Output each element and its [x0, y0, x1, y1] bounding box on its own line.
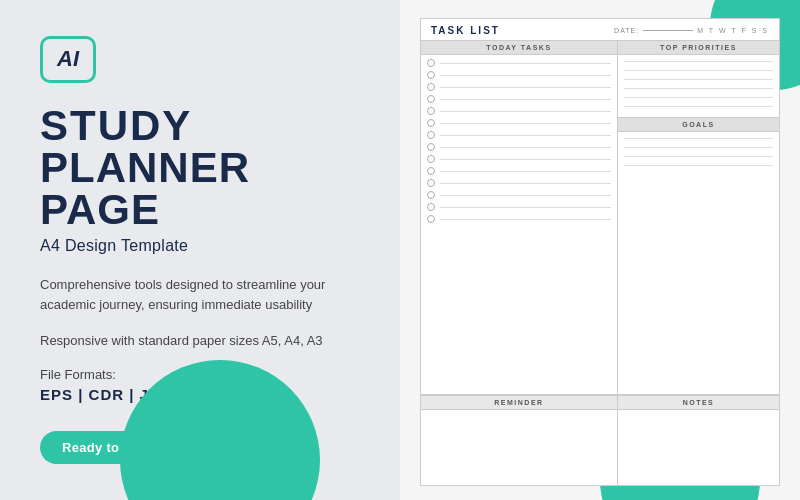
task-line	[440, 63, 611, 64]
task-body: TODAY TASKS	[421, 41, 779, 395]
task-checkbox[interactable]	[427, 203, 435, 211]
notes-header: NOTES	[618, 396, 779, 410]
task-checkbox[interactable]	[427, 131, 435, 139]
description: Comprehensive tools designed to streamli…	[40, 275, 360, 315]
task-row	[427, 215, 611, 223]
task-checkbox[interactable]	[427, 107, 435, 115]
task-row	[427, 83, 611, 91]
right-panel: TASK LIST DATE: M T W T F S S TODAY TASK…	[400, 0, 800, 500]
task-sheet: TASK LIST DATE: M T W T F S S TODAY TASK…	[420, 18, 780, 486]
priority-line	[624, 70, 773, 71]
task-checkbox[interactable]	[427, 179, 435, 187]
date-line	[643, 30, 693, 31]
task-row	[427, 191, 611, 199]
goals-header: GOALS	[618, 117, 779, 132]
task-line	[440, 171, 611, 172]
goals-rows	[618, 132, 779, 172]
left-panel: AI STUDY PLANNER PAGE A4 Design Template…	[0, 0, 400, 500]
task-line	[440, 111, 611, 112]
task-row	[427, 107, 611, 115]
task-checkbox[interactable]	[427, 215, 435, 223]
task-rows	[421, 55, 617, 394]
task-row	[427, 179, 611, 187]
priority-line	[624, 79, 773, 80]
task-checkbox[interactable]	[427, 83, 435, 91]
task-line	[440, 75, 611, 76]
task-line	[440, 219, 611, 220]
date-label: DATE:	[614, 27, 639, 34]
task-row	[427, 131, 611, 139]
task-checkbox[interactable]	[427, 95, 435, 103]
task-line	[440, 123, 611, 124]
task-checkbox[interactable]	[427, 71, 435, 79]
top-priorities-header: TOP PRIORITIES	[618, 41, 779, 55]
goals-line	[624, 156, 773, 157]
priorities-rows	[618, 55, 779, 113]
task-row	[427, 155, 611, 163]
task-checkbox[interactable]	[427, 167, 435, 175]
reminder-header: REMINDER	[421, 396, 617, 410]
reminder-column: REMINDER	[421, 396, 618, 485]
goals-section: GOALS	[618, 117, 779, 172]
tasks-column: TODAY TASKS	[421, 41, 618, 394]
ai-badge: AI	[40, 36, 96, 83]
task-line	[440, 195, 611, 196]
task-line	[440, 135, 611, 136]
responsive-text: Responsive with standard paper sizes A5,…	[40, 331, 360, 351]
task-row	[427, 71, 611, 79]
priorities-column: TOP PRIORITIES GOALS	[618, 41, 779, 394]
task-checkbox[interactable]	[427, 119, 435, 127]
task-line	[440, 87, 611, 88]
task-row	[427, 167, 611, 175]
task-checkbox[interactable]	[427, 143, 435, 151]
task-checkbox[interactable]	[427, 191, 435, 199]
task-row	[427, 119, 611, 127]
today-tasks-header: TODAY TASKS	[421, 41, 617, 55]
subtitle: A4 Design Template	[40, 237, 360, 255]
task-line	[440, 147, 611, 148]
goals-line	[624, 165, 773, 166]
notes-column: NOTES	[618, 396, 779, 485]
ai-badge-text: AI	[57, 46, 79, 72]
priority-line	[624, 106, 773, 107]
task-checkbox[interactable]	[427, 155, 435, 163]
planner-title: PLANNER PAGE	[40, 147, 360, 231]
bottom-row: REMINDER NOTES	[421, 395, 779, 485]
goals-line	[624, 138, 773, 139]
date-row: DATE: M T W T F S S	[614, 27, 769, 34]
goals-line	[624, 147, 773, 148]
task-row	[427, 59, 611, 67]
study-title: STUDY	[40, 105, 360, 147]
priority-line	[624, 97, 773, 98]
task-line	[440, 159, 611, 160]
task-row	[427, 203, 611, 211]
day-letters: M T W T F S S	[697, 27, 769, 34]
task-checkbox[interactable]	[427, 59, 435, 67]
task-row	[427, 95, 611, 103]
task-list-label: TASK LIST	[431, 25, 500, 36]
priority-line	[624, 88, 773, 89]
task-sheet-header: TASK LIST DATE: M T W T F S S	[421, 19, 779, 41]
priority-line	[624, 61, 773, 62]
task-row	[427, 143, 611, 151]
task-line	[440, 183, 611, 184]
task-line	[440, 207, 611, 208]
task-line	[440, 99, 611, 100]
